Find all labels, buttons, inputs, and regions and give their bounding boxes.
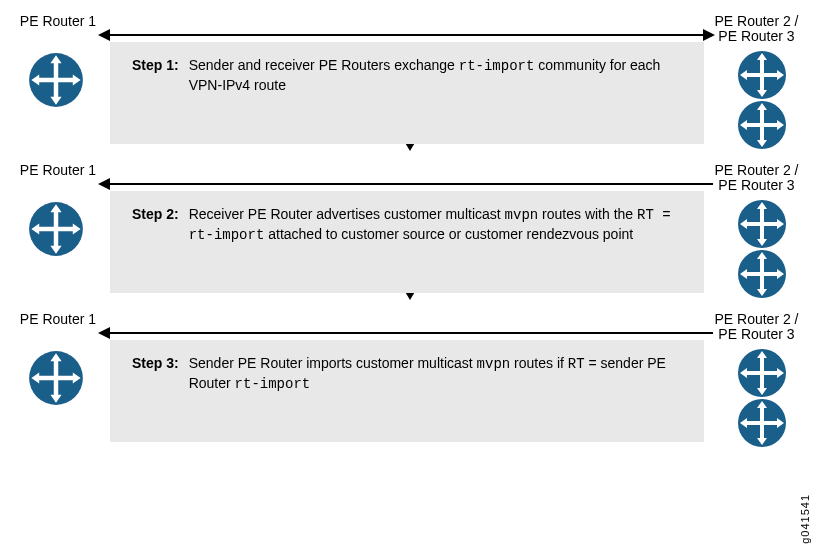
code-text: mvpn — [477, 356, 511, 372]
step-label: Step 2: — [132, 205, 179, 245]
step-label: Step 1: — [132, 56, 179, 95]
code-text: rt-import — [235, 376, 311, 392]
router-icon-right-stack — [737, 199, 787, 299]
pe-router-right-label: PE Router 2 / PE Router 3 — [704, 14, 809, 45]
router-icon — [28, 201, 84, 257]
step-block: PE Router 1 PE Router 2 / PE Router 3 St… — [0, 310, 819, 412]
step-description-box: Step 3: Sender PE Router imports custome… — [110, 340, 704, 442]
router-icon-right-stack — [737, 50, 787, 150]
step-block: PE Router 1 PE Router 2 / PE Router 3 St… — [0, 161, 819, 263]
mvpn-diagram: PE Router 1 PE Router 2 / PE Router 3 St… — [0, 12, 819, 412]
horizontal-arrow — [100, 332, 713, 334]
code-text: rt-import — [459, 58, 535, 74]
code-text: RT = rt-import — [189, 207, 671, 243]
step-label: Step 3: — [132, 354, 179, 394]
router-icon-left — [28, 201, 84, 257]
router-icon-right-stack — [737, 348, 787, 448]
router-icon — [737, 50, 787, 100]
code-text: RT — [568, 356, 585, 372]
code-text: mvpn — [505, 207, 539, 223]
router-icon — [737, 348, 787, 398]
figure-id: g041541 — [799, 494, 811, 544]
router-icon — [737, 100, 787, 150]
horizontal-arrow — [100, 34, 713, 36]
router-icon — [737, 398, 787, 448]
horizontal-arrow — [100, 183, 713, 185]
step-text: Receiver PE Router advertises customer m… — [189, 205, 682, 245]
step-block: PE Router 1 PE Router 2 / PE Router 3 St… — [0, 12, 819, 114]
step-description-box: Step 2: Receiver PE Router advertises cu… — [110, 191, 704, 293]
router-icon-left — [28, 52, 84, 108]
step-text: Sender and receiver PE Routers exchange … — [189, 56, 682, 95]
router-icon-left — [28, 350, 84, 406]
pe-router-left-label: PE Router 1 — [18, 312, 98, 327]
step-text: Sender PE Router imports customer multic… — [189, 354, 682, 394]
router-icon — [737, 199, 787, 249]
pe-router-left-label: PE Router 1 — [18, 14, 98, 29]
router-icon — [737, 249, 787, 299]
pe-router-right-label: PE Router 2 / PE Router 3 — [704, 312, 809, 343]
router-icon — [28, 52, 84, 108]
step-description-box: Step 1: Sender and receiver PE Routers e… — [110, 42, 704, 144]
router-icon — [28, 350, 84, 406]
pe-router-left-label: PE Router 1 — [18, 163, 98, 178]
pe-router-right-label: PE Router 2 / PE Router 3 — [704, 163, 809, 194]
